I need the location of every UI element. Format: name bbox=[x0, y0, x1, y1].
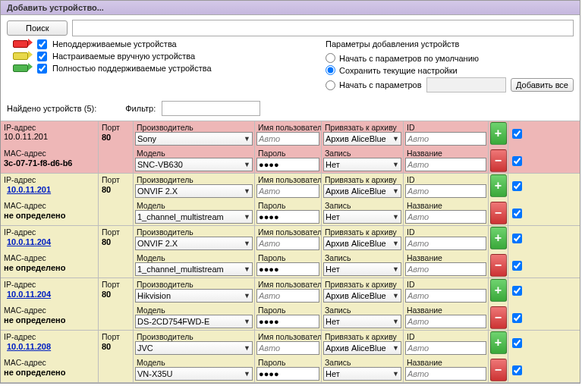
ip-link[interactable]: 10.0.11.201 bbox=[4, 184, 54, 196]
username-input[interactable]: Авто bbox=[256, 341, 319, 355]
id-input[interactable]: Авто bbox=[405, 289, 486, 303]
record-combo[interactable]: Нет▼ bbox=[323, 262, 401, 276]
archive-label: Привязать к архиву bbox=[322, 174, 403, 184]
device-select-checkbox-2[interactable] bbox=[512, 209, 522, 218]
password-input[interactable]: ●●●● bbox=[256, 262, 319, 276]
id-input[interactable]: Авто bbox=[405, 184, 486, 198]
ip-label: IP-адрес bbox=[1, 226, 98, 237]
name-label: Название bbox=[404, 304, 488, 315]
model-combo[interactable]: 1_channel_multistream▼ bbox=[135, 262, 253, 276]
password-input[interactable]: ●●●● bbox=[256, 210, 319, 224]
id-input[interactable]: Авто bbox=[405, 341, 486, 355]
add-device-button[interactable]: + bbox=[490, 174, 507, 197]
remove-device-button[interactable]: − bbox=[490, 359, 507, 381]
model-combo[interactable]: 1_channel_multistream▼ bbox=[135, 210, 253, 224]
unsupported-checkbox[interactable] bbox=[37, 39, 47, 49]
device-select-checkbox-2[interactable] bbox=[512, 313, 522, 323]
found-label: Найдено устройств (5): bbox=[7, 104, 96, 113]
record-combo[interactable]: Нет▼ bbox=[323, 158, 401, 171]
record-label: Запись bbox=[322, 147, 403, 158]
remove-device-button[interactable]: − bbox=[490, 202, 507, 224]
archive-combo[interactable]: Архив AliceBlue▼ bbox=[323, 184, 401, 198]
full-checkbox[interactable] bbox=[37, 64, 47, 74]
params-keep-radio[interactable] bbox=[326, 65, 335, 75]
vendor-combo[interactable]: JVC▼ bbox=[135, 341, 253, 355]
remove-device-button[interactable]: − bbox=[490, 306, 507, 329]
params-startwith-radio[interactable] bbox=[326, 80, 335, 90]
id-input[interactable]: Авто bbox=[405, 132, 486, 146]
device-select-checkbox-2[interactable] bbox=[512, 261, 522, 271]
username-input[interactable]: Авто bbox=[256, 132, 319, 146]
remove-device-button[interactable]: − bbox=[490, 254, 507, 277]
archive-combo[interactable]: Архив AliceBlue▼ bbox=[323, 341, 401, 355]
password-input[interactable]: ●●●● bbox=[256, 367, 319, 381]
archive-combo[interactable]: Архив AliceBlue▼ bbox=[323, 132, 401, 146]
manual-checkbox[interactable] bbox=[37, 52, 47, 61]
device-select-checkbox-2[interactable] bbox=[512, 156, 522, 166]
archive-combo[interactable]: Архив AliceBlue▼ bbox=[323, 237, 401, 250]
name-label: Название bbox=[404, 252, 488, 262]
username-input[interactable]: Авто bbox=[256, 184, 319, 198]
port-value: 80 bbox=[99, 132, 133, 146]
ip-link[interactable]: 10.0.11.204 bbox=[4, 289, 54, 300]
filter-input[interactable] bbox=[162, 101, 260, 116]
vendor-combo[interactable]: ONVIF 2.X▼ bbox=[135, 237, 253, 250]
device-select-checkbox[interactable] bbox=[512, 286, 522, 296]
name-input[interactable]: Авто bbox=[405, 158, 486, 171]
model-combo[interactable]: DS-2CD754FWD-E▼ bbox=[135, 315, 253, 328]
model-combo[interactable]: SNC-VB630▼ bbox=[135, 158, 253, 171]
remove-device-button[interactable]: − bbox=[490, 149, 507, 172]
params-header: Параметры добавления устройств bbox=[326, 39, 574, 49]
add-device-button[interactable]: + bbox=[490, 227, 507, 249]
search-toolbar: Поиск bbox=[1, 15, 580, 38]
port-value: 80 bbox=[99, 289, 133, 303]
add-all-button[interactable]: Добавить все bbox=[511, 78, 574, 92]
name-label: Название bbox=[404, 199, 488, 210]
record-label: Запись bbox=[322, 199, 403, 210]
vendor-combo[interactable]: ONVIF 2.X▼ bbox=[135, 184, 253, 198]
mac-label: MAC-адрес bbox=[1, 199, 98, 210]
username-input[interactable]: Авто bbox=[256, 237, 319, 250]
ip-link[interactable]: 10.0.11.204 bbox=[4, 237, 54, 248]
add-device-button[interactable]: + bbox=[490, 122, 507, 145]
search-results-bar bbox=[72, 20, 574, 36]
port-label: Порт bbox=[99, 121, 133, 132]
mac-value: не определено bbox=[1, 262, 98, 276]
id-input[interactable]: Авто bbox=[405, 237, 486, 250]
params-startwith-combo[interactable] bbox=[426, 77, 506, 93]
archive-combo[interactable]: Архив AliceBlue▼ bbox=[323, 289, 401, 303]
port-value: 80 bbox=[99, 237, 133, 250]
ip-link[interactable]: 10.0.11.208 bbox=[4, 341, 54, 353]
name-input[interactable]: Авто bbox=[405, 315, 486, 328]
record-combo[interactable]: Нет▼ bbox=[323, 367, 401, 381]
device-select-checkbox[interactable] bbox=[512, 338, 522, 348]
password-input[interactable]: ●●●● bbox=[256, 158, 319, 171]
id-label: ID bbox=[404, 174, 488, 184]
device-select-checkbox[interactable] bbox=[512, 181, 522, 191]
search-button[interactable]: Поиск bbox=[7, 20, 68, 36]
device-select-checkbox[interactable] bbox=[512, 129, 522, 139]
add-device-button[interactable]: + bbox=[490, 279, 507, 302]
id-label: ID bbox=[404, 331, 488, 341]
username-label: Имя пользователя bbox=[255, 331, 321, 341]
add-device-button[interactable]: + bbox=[490, 331, 507, 354]
device-select-checkbox[interactable] bbox=[512, 234, 522, 243]
manual-label: Настраиваемые вручную устройства bbox=[52, 52, 195, 61]
name-input[interactable]: Авто bbox=[405, 210, 486, 224]
username-input[interactable]: Авто bbox=[256, 289, 319, 303]
vendor-combo[interactable]: Hikvision▼ bbox=[135, 289, 253, 303]
vendor-combo[interactable]: Sony▼ bbox=[135, 132, 253, 146]
password-input[interactable]: ●●●● bbox=[256, 315, 319, 328]
port-value: 80 bbox=[99, 184, 133, 198]
filter-label: Фильтр: bbox=[125, 104, 156, 113]
port-label: Порт bbox=[99, 278, 133, 289]
device-row: IP-адрес10.0.11.208MAC-адресне определен… bbox=[1, 331, 580, 383]
model-combo[interactable]: VN-X35U▼ bbox=[135, 367, 253, 381]
params-default-radio[interactable] bbox=[326, 53, 335, 63]
record-combo[interactable]: Нет▼ bbox=[323, 210, 401, 224]
name-input[interactable]: Авто bbox=[405, 367, 486, 381]
device-select-checkbox-2[interactable] bbox=[512, 365, 522, 375]
archive-label: Привязать к архиву bbox=[322, 331, 403, 341]
name-input[interactable]: Авто bbox=[405, 262, 486, 276]
record-combo[interactable]: Нет▼ bbox=[323, 315, 401, 328]
